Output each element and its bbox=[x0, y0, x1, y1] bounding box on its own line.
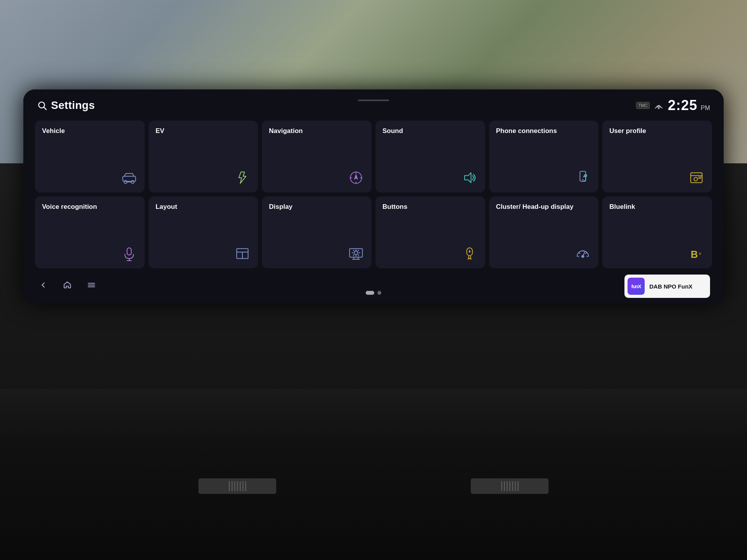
header-left: Settings bbox=[37, 99, 95, 112]
tile-user[interactable]: User profile bbox=[602, 121, 712, 192]
nav-controls bbox=[37, 279, 98, 294]
tile-sound[interactable]: Sound bbox=[375, 121, 485, 192]
clock-ampm: PM bbox=[701, 105, 710, 111]
svg-marker-13 bbox=[465, 173, 471, 183]
svg-line-48 bbox=[579, 253, 580, 254]
home-button[interactable] bbox=[61, 279, 74, 294]
tile-navigation[interactable]: Navigation bbox=[262, 121, 372, 192]
radio-logo: funX bbox=[628, 278, 645, 295]
clock-time: 2:25 bbox=[668, 97, 697, 113]
svg-line-1 bbox=[44, 107, 46, 110]
tile-layout-label: Layout bbox=[156, 203, 251, 211]
tile-vehicle[interactable]: Vehicle bbox=[35, 121, 145, 192]
svg-text:°: ° bbox=[698, 251, 701, 259]
drag-indicator bbox=[358, 100, 389, 101]
tile-display[interactable]: Display bbox=[262, 196, 372, 268]
phone-icon bbox=[496, 169, 592, 186]
physical-bottom bbox=[0, 389, 747, 560]
ev-icon bbox=[156, 169, 251, 186]
navigation-icon bbox=[269, 169, 365, 186]
cluster-icon bbox=[496, 245, 592, 262]
tile-display-label: Display bbox=[269, 203, 365, 211]
tile-phone-label: Phone connections bbox=[496, 127, 592, 135]
page-dot-1 bbox=[366, 291, 374, 295]
radio-widget[interactable]: funX DAB NPO FunX bbox=[624, 275, 710, 298]
tile-buttons-label: Buttons bbox=[382, 203, 478, 211]
svg-point-32 bbox=[354, 251, 358, 255]
tile-bluelink-label: Bluelink bbox=[609, 203, 705, 211]
tile-phone[interactable]: Phone connections bbox=[489, 121, 599, 192]
tile-ev[interactable]: EV bbox=[149, 121, 258, 192]
tile-sound-label: Sound bbox=[382, 127, 478, 135]
settings-grid: Vehicle EV bbox=[35, 121, 712, 268]
svg-rect-22 bbox=[127, 248, 131, 255]
svg-point-45 bbox=[582, 256, 584, 258]
car-frame: Settings TMC 2:25 PM bbox=[0, 0, 747, 560]
menu-button[interactable] bbox=[85, 279, 98, 294]
vehicle-icon bbox=[42, 169, 138, 186]
bluelink-icon: B ° bbox=[609, 245, 705, 262]
tile-voice-label: Voice recognition bbox=[42, 203, 138, 211]
signal-icon bbox=[654, 101, 663, 110]
header-right: TMC 2:25 PM bbox=[636, 97, 710, 114]
page-indicator bbox=[366, 291, 381, 295]
tile-ev-label: EV bbox=[156, 127, 251, 135]
tile-voice[interactable]: Voice recognition bbox=[35, 196, 145, 268]
right-speaker bbox=[471, 478, 549, 494]
tile-layout[interactable]: Layout bbox=[149, 196, 258, 268]
back-button[interactable] bbox=[37, 279, 49, 294]
tile-vehicle-label: Vehicle bbox=[42, 127, 138, 135]
svg-line-49 bbox=[586, 253, 586, 254]
svg-line-39 bbox=[358, 250, 359, 251]
svg-line-37 bbox=[353, 250, 354, 251]
radio-station-name: DAB NPO FunX bbox=[649, 283, 693, 290]
page-dot-2 bbox=[377, 291, 381, 295]
svg-text:B: B bbox=[691, 249, 698, 260]
svg-marker-8 bbox=[354, 173, 358, 180]
page-title: Settings bbox=[51, 99, 95, 112]
left-speaker bbox=[198, 478, 276, 494]
voice-icon bbox=[42, 245, 138, 262]
search-icon bbox=[37, 100, 47, 110]
tile-user-label: User profile bbox=[609, 127, 705, 135]
tile-navigation-label: Navigation bbox=[269, 127, 365, 135]
buttons-icon bbox=[382, 245, 478, 262]
tile-cluster-label: Cluster/ Head-up display bbox=[496, 203, 592, 211]
svg-line-40 bbox=[353, 255, 354, 256]
bottom-bar: funX DAB NPO FunX bbox=[35, 271, 712, 299]
sound-icon bbox=[382, 169, 478, 186]
drag-indicator-area bbox=[358, 100, 389, 101]
svg-line-38 bbox=[358, 255, 359, 256]
svg-point-19 bbox=[694, 177, 698, 181]
tmc-badge: TMC bbox=[636, 102, 650, 109]
user-profile-icon bbox=[609, 169, 705, 186]
tile-bluelink[interactable]: Bluelink B ° bbox=[602, 196, 712, 268]
display-icon bbox=[269, 245, 365, 262]
time-area: 2:25 PM bbox=[668, 97, 710, 114]
tile-cluster[interactable]: Cluster/ Head-up display bbox=[489, 196, 599, 268]
layout-icon bbox=[156, 245, 251, 262]
tile-buttons[interactable]: Buttons bbox=[375, 196, 485, 268]
infotainment-screen: Settings TMC 2:25 PM bbox=[23, 89, 724, 303]
svg-point-2 bbox=[658, 108, 659, 109]
search-area[interactable]: Settings bbox=[37, 99, 95, 112]
header: Settings TMC 2:25 PM bbox=[35, 97, 712, 114]
